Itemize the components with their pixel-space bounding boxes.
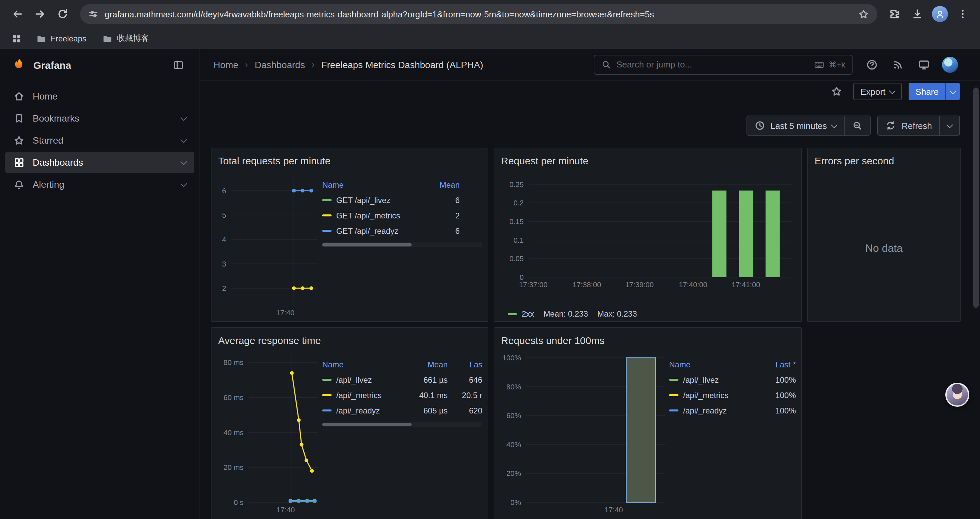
series-name: GET /api/_readyz <box>336 226 398 235</box>
chevron-down-icon[interactable] <box>180 180 187 187</box>
legend-col-mean[interactable]: Mean <box>409 360 448 369</box>
panel-title[interactable]: Errors per second <box>808 148 960 168</box>
series-last: 100% <box>761 375 796 385</box>
panel-title[interactable]: Requests under 100ms <box>494 328 801 348</box>
time-range-button[interactable]: Last 5 minutes <box>746 115 845 136</box>
chart-average-response-time[interactable]: 80 ms60 ms40 ms20 ms0 s17:40 <box>217 348 322 519</box>
forward-button[interactable] <box>29 3 51 25</box>
svg-text:0.2: 0.2 <box>513 199 524 207</box>
chevron-down-icon[interactable] <box>180 158 187 164</box>
series-last: 646 <box>448 375 482 385</box>
share-caret-button[interactable] <box>945 83 960 100</box>
dock-sidebar-icon <box>172 59 184 70</box>
series-name: /api/_metrics <box>683 390 729 400</box>
user-avatar-button[interactable] <box>940 54 960 75</box>
bookmark-blog[interactable]: 收藏博客 <box>97 31 154 45</box>
breadcrumb-dashboards[interactable]: Dashboards <box>255 59 305 70</box>
brand-name: Grafana <box>33 59 162 70</box>
zoom-out-button[interactable] <box>845 115 871 136</box>
series-swatch <box>669 409 678 412</box>
sidebar-item-label: Starred <box>33 135 64 145</box>
refresh-icon <box>886 120 896 131</box>
legend-row[interactable]: /api/_readyz 100% <box>669 403 796 418</box>
legend-row[interactable]: GET /api/_livez 6 <box>322 192 482 208</box>
refresh-button[interactable]: Refresh <box>878 115 940 136</box>
svg-text:60 ms: 60 ms <box>223 393 243 402</box>
svg-text:0.1: 0.1 <box>513 236 524 244</box>
legend-col-last[interactable]: Last * <box>761 360 796 369</box>
menu-button[interactable] <box>952 3 973 25</box>
time-range-group: Last 5 minutes <box>746 115 871 136</box>
chevron-down-icon[interactable] <box>180 136 187 143</box>
forward-icon <box>34 8 46 20</box>
sidebar-item-dashboards[interactable]: Dashboards <box>5 152 194 173</box>
sidebar-item-home[interactable]: Home <box>5 86 194 107</box>
legend-col-name[interactable]: Name <box>669 360 761 369</box>
legend-row[interactable]: /api/_metrics 100% <box>669 387 796 403</box>
profile-avatar-icon <box>932 6 948 22</box>
panel-title[interactable]: Total requests per minute <box>212 148 488 168</box>
legend-scrollbar[interactable] <box>322 243 482 247</box>
panel-body: 80 ms60 ms40 ms20 ms0 s17:40 Name Mean L… <box>212 348 488 519</box>
apps-grid-button[interactable] <box>8 30 25 47</box>
legend-row[interactable]: /api/_metrics 40.1 ms 20.5 r <box>322 387 482 403</box>
scrollbar-thumb[interactable] <box>322 243 412 246</box>
share-split-button: Share <box>909 83 960 100</box>
news-button[interactable] <box>888 54 908 75</box>
help-button[interactable] <box>862 54 882 75</box>
series-name: GET /api/_livez <box>336 195 390 205</box>
url-input[interactable] <box>105 9 852 19</box>
search-input[interactable] <box>616 59 808 69</box>
legend-row[interactable]: GET /api/_readyz 6 <box>322 223 482 238</box>
legend-row[interactable]: /api/_livez 661 µs 646 <box>322 372 482 387</box>
legend-col-mean[interactable]: Mean <box>425 180 460 189</box>
panel-title[interactable]: Average response time <box>212 328 488 348</box>
breadcrumb-current: Freeleaps Metrics Dashboard (ALPHA) <box>321 59 483 70</box>
export-button[interactable]: Export <box>853 83 902 100</box>
reload-button[interactable] <box>52 3 73 25</box>
puzzle-icon <box>889 8 900 20</box>
legend-col-name[interactable]: Name <box>322 180 425 189</box>
back-button[interactable] <box>7 3 28 25</box>
panel-row-2: Average response time 80 ms60 ms40 ms20 … <box>211 327 960 519</box>
refresh-interval-button[interactable] <box>940 115 960 136</box>
sidebar-item-starred[interactable]: Starred <box>5 129 194 151</box>
series-mean: 6 <box>425 226 460 235</box>
chart-requests-under-100ms[interactable]: 100%80%60%40%20%0%17:40 <box>500 348 669 519</box>
sidebar-item-bookmarks[interactable]: Bookmarks <box>5 107 194 129</box>
scrollbar-thumb[interactable] <box>322 423 412 426</box>
legend-item[interactable]: 2xx <box>508 309 534 319</box>
sidebar-item-alerting[interactable]: Alerting <box>5 174 194 195</box>
bookmark-star-icon[interactable] <box>858 8 869 20</box>
legend-row[interactable]: GET /api/_metrics 2 <box>322 208 482 223</box>
share-button[interactable]: Share <box>909 83 945 100</box>
page-scrollbar[interactable] <box>973 88 978 308</box>
sidebar-collapse-button[interactable] <box>169 56 188 74</box>
svg-text:0.15: 0.15 <box>509 217 524 226</box>
extensions-button[interactable] <box>884 3 905 25</box>
chevron-down-icon[interactable] <box>180 114 187 121</box>
legend-scrollbar[interactable] <box>322 422 482 427</box>
chart-request-per-minute[interactable]: 0.250.20.150.10.05017:37:0017:38:0017:39… <box>500 168 796 307</box>
bookmark-freeleaps[interactable]: Freeleaps <box>31 32 92 45</box>
panel-average-response-time: Average response time 80 ms60 ms40 ms20 … <box>211 327 488 519</box>
panel-title[interactable]: Request per minute <box>494 148 801 168</box>
site-info-icon[interactable] <box>88 9 99 19</box>
profile-button[interactable] <box>929 3 951 25</box>
search-box[interactable]: ⌘+k <box>594 54 853 75</box>
legend-col-last[interactable]: Las <box>448 360 482 369</box>
omnibox[interactable] <box>80 4 877 24</box>
display-button[interactable] <box>914 54 934 75</box>
star-icon <box>13 134 25 146</box>
legend-row[interactable]: /api/_livez 100% <box>669 372 796 387</box>
time-range-label: Last 5 minutes <box>770 121 827 131</box>
downloads-button[interactable] <box>907 3 928 25</box>
legend-col-name[interactable]: Name <box>322 360 409 369</box>
legend-row[interactable]: /api/_readyz 605 µs 620 <box>322 403 482 418</box>
favorite-star-button[interactable] <box>826 81 846 102</box>
chat-avatar-button[interactable] <box>945 383 969 407</box>
chart-total-requests[interactable]: 6543217:40 <box>217 168 322 317</box>
grafana-logo[interactable] <box>11 57 27 73</box>
folder-icon <box>102 33 113 44</box>
breadcrumb-home[interactable]: Home <box>213 59 239 70</box>
